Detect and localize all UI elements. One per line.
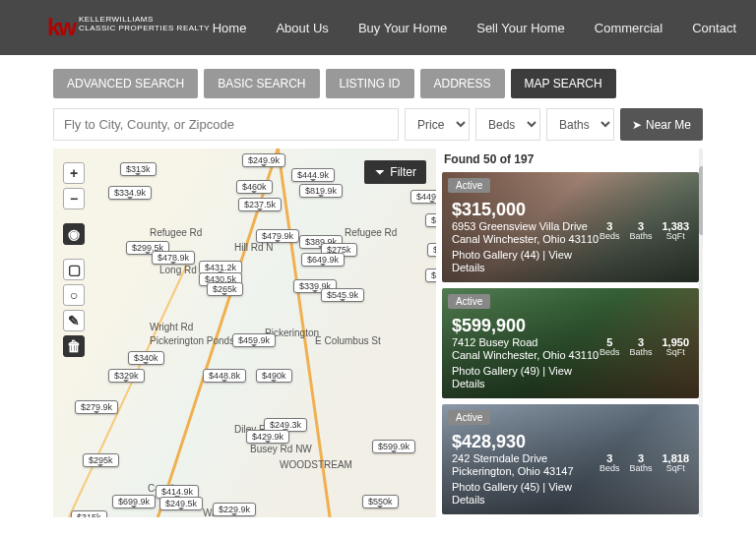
listing-city: Canal Winchester, Ohio 43110 — [452, 233, 599, 246]
results-count: Found 50 of 197 — [442, 149, 703, 172]
funnel-icon: ⏷ — [374, 165, 386, 179]
status-badge: Active — [448, 178, 490, 193]
listing-links[interactable]: Photo Gallery (45) | View Details — [452, 481, 599, 507]
price-marker[interactable]: $329k — [108, 369, 145, 383]
price-marker[interactable]: $460k — [236, 180, 273, 194]
price-marker[interactable]: $334.9k — [108, 186, 152, 200]
pencil-tool[interactable]: ✎ — [63, 310, 85, 331]
site-header: kw KELLERWILLIAMS CLASSIC PROPERTIES REA… — [0, 0, 756, 55]
price-marker[interactable]: $265k — [207, 282, 243, 296]
listing-street: 242 Sterndale Drive — [452, 452, 599, 465]
price-marker[interactable]: $249.9k — [242, 153, 285, 167]
nav-home[interactable]: Home — [213, 21, 247, 35]
tab-advanced[interactable]: ADVANCED SEARCH — [53, 69, 198, 98]
listing-links[interactable]: Photo Gallery (44) | View Details — [452, 249, 599, 274]
listing-price: $315,000 — [452, 200, 689, 220]
trash-tool[interactable]: 🗑 — [63, 335, 85, 357]
price-marker[interactable]: $699.9k — [112, 495, 156, 508]
tab-map-search[interactable]: MAP SEARCH — [511, 69, 616, 98]
listing-price: $428,930 — [452, 432, 689, 452]
price-marker[interactable]: $448.8k — [203, 369, 246, 383]
price-marker[interactable]: $237.5k — [238, 198, 282, 211]
map-label: E Columbus St — [315, 335, 381, 346]
scrollbar-thumb[interactable] — [699, 166, 703, 235]
map-label: Refugee Rd — [150, 227, 202, 238]
listing-cards[interactable]: Active $315,000 6953 Greensview Villa Dr… — [442, 172, 703, 517]
nav-contact[interactable]: Contact — [692, 21, 736, 35]
price-marker[interactable]: $405.5k — [427, 243, 436, 257]
logo-line2: CLASSIC PROPERTIES REALTY — [79, 25, 210, 33]
tab-listing-id[interactable]: LISTING ID — [326, 69, 414, 98]
price-marker[interactable]: $649.9k — [301, 253, 345, 267]
listing-card[interactable]: Active $599,900 7412 Busey Road Canal Wi… — [442, 288, 699, 398]
listing-street: 6953 Greensview Villa Drive — [452, 220, 599, 233]
location-arrow-icon: ➤ — [632, 118, 642, 132]
main-split: PickeringtonE Columbus StPickerington Po… — [0, 149, 756, 517]
map-label: Refugee Rd — [345, 227, 397, 238]
nav-buy[interactable]: Buy Your Home — [358, 21, 447, 35]
price-select[interactable]: Price — [405, 108, 470, 141]
zoom-out-button[interactable]: − — [63, 188, 85, 209]
price-marker[interactable]: $489.9k — [425, 213, 436, 227]
brand-logo[interactable]: kw KELLERWILLIAMS CLASSIC PROPERTIES REA… — [47, 16, 210, 39]
listing-street: 7412 Busey Road — [452, 336, 599, 349]
baths-select[interactable]: Baths — [546, 108, 614, 141]
price-marker[interactable]: $295k — [83, 453, 119, 467]
search-tabs: ADVANCED SEARCH BASIC SEARCH LISTING ID … — [53, 69, 703, 98]
search-bar: Price Beds Baths ➤ Near Me — [53, 108, 703, 141]
map-label: Long Rd — [159, 265, 197, 275]
price-marker[interactable]: $490k — [256, 369, 292, 383]
listing-card[interactable]: Active $315,000 6953 Greensview Villa Dr… — [442, 172, 699, 282]
status-badge: Active — [448, 294, 490, 309]
map-label: Hill Rd N — [234, 242, 273, 253]
map-label: Wright Rd — [150, 322, 193, 332]
search-section: ADVANCED SEARCH BASIC SEARCH LISTING ID … — [0, 55, 756, 149]
listing-city: Canal Winchester, Ohio 43110 — [452, 349, 599, 362]
price-marker[interactable]: $449.9k — [410, 190, 436, 204]
map-label: Pickerington Ponds — [150, 335, 234, 346]
listing-price: $599,900 — [452, 316, 689, 336]
price-marker[interactable]: $444.9k — [291, 168, 335, 182]
price-marker[interactable]: $340k — [128, 351, 164, 365]
tab-basic[interactable]: BASIC SEARCH — [204, 69, 319, 98]
listing-card[interactable]: Active $428,930 242 Sterndale Drive Pick… — [442, 404, 699, 514]
nav-commercial[interactable]: Commercial — [595, 21, 662, 35]
nav-sell[interactable]: Sell Your Home — [476, 21, 565, 35]
results-pane: Found 50 of 197 Active $315,000 6953 Gre… — [442, 149, 703, 517]
globe-button[interactable]: ◉ — [63, 223, 85, 245]
map-label: Busey Rd NW — [250, 444, 312, 454]
price-marker[interactable]: $229.9k — [213, 503, 256, 516]
beds-select[interactable]: Beds — [475, 108, 540, 141]
price-marker[interactable]: $369.9k — [425, 268, 436, 282]
main-nav: Home About Us Buy Your Home Sell Your Ho… — [213, 21, 736, 35]
zoom-in-button[interactable]: + — [63, 162, 85, 184]
price-marker[interactable]: $315k — [71, 510, 107, 517]
logo-mark: kw — [47, 16, 75, 39]
price-marker[interactable]: $479.9k — [256, 229, 299, 243]
circle-tool[interactable]: ○ — [63, 284, 85, 306]
price-marker[interactable]: $249.5k — [159, 497, 203, 510]
tab-address[interactable]: ADDRESS — [420, 69, 505, 98]
map-label: WOODSTREAM — [280, 459, 352, 470]
price-marker[interactable]: $429.9k — [246, 430, 289, 444]
price-marker[interactable]: $279.9k — [75, 400, 118, 414]
price-marker[interactable]: $819.9k — [299, 184, 343, 198]
near-me-button[interactable]: ➤ Near Me — [620, 108, 703, 141]
price-marker[interactable]: $313k — [120, 162, 157, 176]
filter-button[interactable]: ⏷ Filter — [364, 160, 426, 184]
price-marker[interactable]: $599.9k — [372, 440, 415, 453]
price-marker[interactable]: $550k — [362, 495, 399, 508]
listing-links[interactable]: Photo Gallery (49) | View Details — [452, 365, 599, 390]
price-marker[interactable]: $545.9k — [321, 288, 364, 302]
listing-city: Pickerington, Ohio 43147 — [452, 465, 599, 478]
price-marker[interactable]: $459.9k — [232, 333, 276, 347]
price-marker[interactable]: $478.9k — [152, 251, 195, 265]
nav-about[interactable]: About Us — [276, 21, 328, 35]
fly-to-input[interactable] — [53, 108, 399, 141]
map-pane[interactable]: PickeringtonE Columbus StPickerington Po… — [53, 149, 436, 517]
rectangle-tool[interactable]: ▢ — [63, 259, 85, 280]
status-badge: Active — [448, 410, 490, 425]
map-controls: + − ◉ ▢ ○ ✎ 🗑 — [63, 162, 85, 357]
